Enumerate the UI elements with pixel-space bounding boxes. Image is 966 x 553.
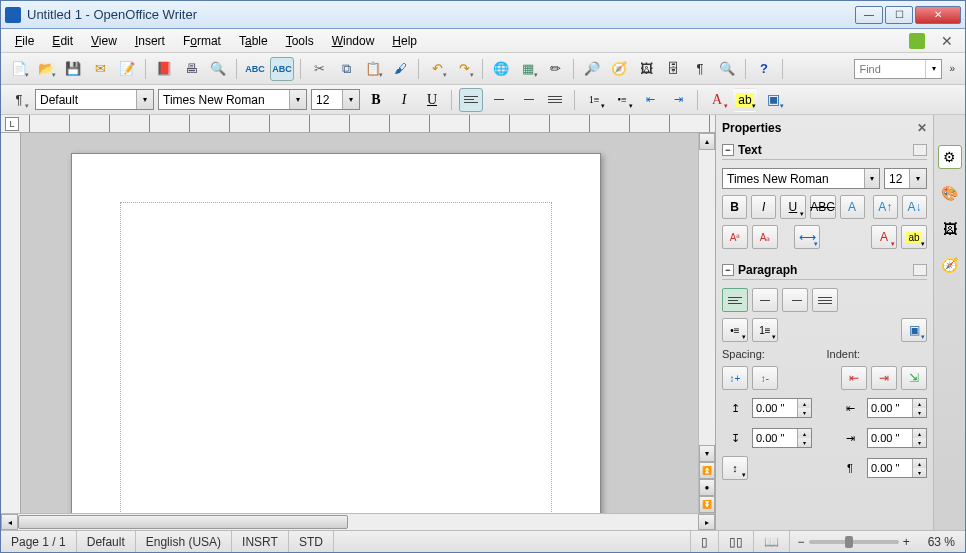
sidebar-decrease-font-button[interactable]: A↓	[902, 195, 927, 219]
font-name-input[interactable]	[159, 90, 289, 109]
bullet-list-button[interactable]: •≡	[610, 88, 634, 112]
sidebar-align-justify-button[interactable]	[812, 288, 838, 312]
redo-button[interactable]: ↷	[452, 57, 476, 81]
vertical-ruler[interactable]	[1, 133, 21, 513]
font-size-dropdown[interactable]: ▾	[342, 90, 359, 109]
insert-table-button[interactable]: ▦	[516, 57, 540, 81]
align-left-button[interactable]	[459, 88, 483, 112]
below-spacing-spinner[interactable]: ▴▾	[752, 428, 812, 448]
sidebar-bgcolor-button[interactable]: ▣	[901, 318, 927, 342]
line-spacing-button[interactable]: ↕	[722, 456, 748, 480]
decrease-spacing-button[interactable]: ↕-	[752, 366, 778, 390]
toolbar-more[interactable]: »	[945, 63, 959, 74]
zoom-button[interactable]: 🔍	[715, 57, 739, 81]
first-line-indent-spinner[interactable]: ▴▾	[867, 458, 927, 478]
right-indent-spinner[interactable]: ▴▾	[867, 428, 927, 448]
copy-button[interactable]: ⧉	[334, 57, 358, 81]
numbered-list-button[interactable]: 1≡	[582, 88, 606, 112]
sidebar-size-input[interactable]	[885, 169, 909, 188]
sidebar-align-center-button[interactable]	[752, 288, 778, 312]
font-size-combo[interactable]: ▾	[311, 89, 360, 110]
paragraph-style-input[interactable]	[36, 90, 136, 109]
print-button[interactable]: 🖶	[179, 57, 203, 81]
cut-button[interactable]: ✂	[307, 57, 331, 81]
show-draw-button[interactable]: ✏	[543, 57, 567, 81]
mail-button[interactable]: ✉	[88, 57, 112, 81]
menu-format[interactable]: Format	[175, 31, 229, 51]
sidebar-italic-button[interactable]: I	[751, 195, 776, 219]
page-canvas[interactable]	[21, 133, 698, 513]
text-panel-header[interactable]: − Text	[722, 141, 927, 160]
undo-button[interactable]: ↶	[425, 57, 449, 81]
font-color-button[interactable]: A	[705, 88, 729, 112]
sidebar-strike-button[interactable]: ABC	[810, 195, 836, 219]
open-button[interactable]: 📂	[34, 57, 58, 81]
close-button[interactable]: ✕	[915, 6, 961, 24]
align-justify-button[interactable]	[543, 88, 567, 112]
sidebar-superscript-button[interactable]: Aᵃ	[722, 225, 748, 249]
sidebar-highlight-button[interactable]: ab	[901, 225, 927, 249]
download-icon[interactable]	[909, 33, 925, 49]
hanging-indent-button[interactable]: ⇲	[901, 366, 927, 390]
sidebar-bullets-button[interactable]: •≡	[722, 318, 748, 342]
sidebar-font-input[interactable]	[723, 169, 864, 188]
increase-indent-sb-button[interactable]: ⇤	[841, 366, 867, 390]
above-spacing-spinner[interactable]: ▴▾	[752, 398, 812, 418]
minimize-button[interactable]: —	[855, 6, 883, 24]
sidebar-tab-gallery[interactable]: 🖼	[938, 217, 962, 241]
paragraph-panel-header[interactable]: − Paragraph	[722, 261, 927, 280]
status-view-single[interactable]: ▯	[691, 531, 719, 552]
status-style[interactable]: Default	[77, 531, 136, 552]
scroll-right-button[interactable]: ▸	[698, 514, 715, 530]
help-button[interactable]: ?	[752, 57, 776, 81]
menu-edit[interactable]: Edit	[44, 31, 81, 51]
bg-color-button[interactable]: ▣	[761, 88, 785, 112]
font-name-combo[interactable]: ▾	[158, 89, 307, 110]
highlight-button[interactable]: ab	[733, 88, 757, 112]
menu-help[interactable]: Help	[384, 31, 425, 51]
page[interactable]	[71, 153, 601, 513]
spellcheck-button[interactable]: ABC	[243, 57, 267, 81]
align-right-button[interactable]	[515, 88, 539, 112]
zoom-control[interactable]: − +	[790, 535, 918, 549]
status-view-multi[interactable]: ▯▯	[719, 531, 754, 552]
paste-button[interactable]: 📋	[361, 57, 385, 81]
increase-indent-button[interactable]: ⇥	[666, 88, 690, 112]
find-input[interactable]	[855, 60, 925, 78]
bold-button[interactable]: B	[364, 88, 388, 112]
print-preview-button[interactable]: 🔍	[206, 57, 230, 81]
hyperlink-button[interactable]: 🌐	[489, 57, 513, 81]
find-replace-button[interactable]: 🔎	[580, 57, 604, 81]
datasources-button[interactable]: 🗄	[661, 57, 685, 81]
sidebar-numbering-button[interactable]: 1≡	[752, 318, 778, 342]
status-view-book[interactable]: 📖	[754, 531, 790, 552]
ruler-corner[interactable]: L	[5, 117, 19, 131]
nonprinting-button[interactable]: ¶	[688, 57, 712, 81]
zoom-out-button[interactable]: −	[798, 535, 805, 549]
status-insert-mode[interactable]: INSRT	[232, 531, 289, 552]
paragraph-style-combo[interactable]: ▾	[35, 89, 154, 110]
sidebar-size-dropdown[interactable]: ▾	[909, 169, 926, 188]
find-dropdown[interactable]: ▾	[925, 60, 941, 78]
navigator-button[interactable]: 🧭	[607, 57, 631, 81]
sidebar-font-color-button[interactable]: A	[871, 225, 897, 249]
maximize-button[interactable]: ☐	[885, 6, 913, 24]
paragraph-panel-more[interactable]	[913, 264, 927, 276]
save-button[interactable]: 💾	[61, 57, 85, 81]
sidebar-underline-button[interactable]: U	[780, 195, 805, 219]
horizontal-scrollbar[interactable]: ◂ ▸	[1, 513, 715, 530]
next-page-button[interactable]: ⏬	[699, 496, 715, 513]
font-size-input[interactable]	[312, 90, 342, 109]
scroll-up-button[interactable]: ▴	[699, 133, 715, 150]
zoom-slider[interactable]	[809, 540, 899, 544]
sidebar-spacing-button[interactable]: ⟷	[794, 225, 820, 249]
menu-table[interactable]: Table	[231, 31, 276, 51]
edit-file-button[interactable]: 📝	[115, 57, 139, 81]
text-panel-more[interactable]	[913, 144, 927, 156]
find-box[interactable]: ▾	[854, 59, 942, 79]
status-selection-mode[interactable]: STD	[289, 531, 334, 552]
export-pdf-button[interactable]: 📕	[152, 57, 176, 81]
menu-insert[interactable]: Insert	[127, 31, 173, 51]
vertical-scrollbar[interactable]: ▴ ▾ ⏫ ● ⏬	[698, 133, 715, 513]
decrease-indent-button[interactable]: ⇤	[638, 88, 662, 112]
